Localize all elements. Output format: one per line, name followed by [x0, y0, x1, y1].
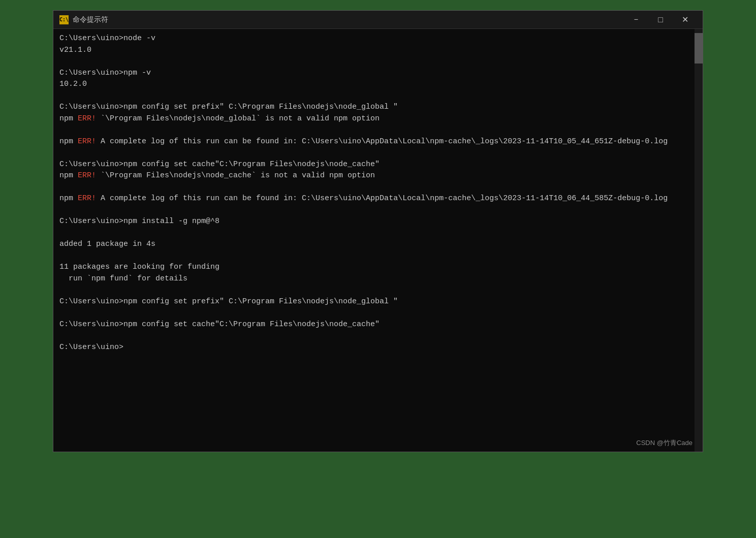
maximize-button[interactable]: □ [649, 12, 672, 28]
cmd-window: C:\ 命令提示符 － □ ✕ C:\Users\uino>node -vv21… [53, 10, 703, 452]
scrollbar[interactable] [695, 29, 703, 452]
window-controls: － □ ✕ [624, 12, 697, 28]
window-title: 命令提示符 [73, 15, 624, 24]
titlebar: C:\ 命令提示符 － □ ✕ [53, 11, 703, 29]
icon-label: C:\ [59, 17, 69, 22]
app-icon: C:\ [59, 15, 69, 24]
close-button[interactable]: ✕ [673, 12, 697, 28]
scrollbar-thumb[interactable] [695, 33, 703, 64]
minimize-button[interactable]: － [624, 12, 648, 28]
terminal-content: C:\Users\uino>node -vv21.1.0C:\Users\uin… [59, 33, 697, 353]
watermark: CSDN @竹青Cade [636, 438, 692, 448]
terminal-body[interactable]: C:\Users\uino>node -vv21.1.0C:\Users\uin… [53, 29, 703, 452]
